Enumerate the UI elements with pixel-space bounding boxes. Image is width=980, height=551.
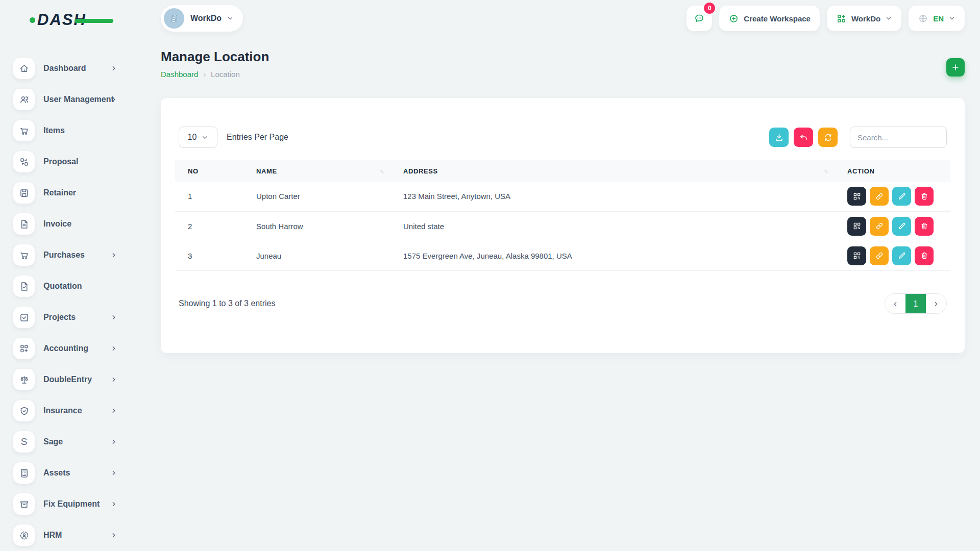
sidebar-item-fix-equipment[interactable]: Fix Equipment [13, 491, 145, 517]
breadcrumb-current: Location [211, 70, 240, 79]
pagination-page-1[interactable]: 1 [905, 294, 926, 314]
qr-button[interactable] [847, 246, 866, 265]
logo-dash [75, 19, 113, 23]
delete-button[interactable] [915, 246, 934, 265]
sidebar-item-purchases[interactable]: Purchases [13, 242, 145, 268]
column-header-name: NAME↑↓ [243, 160, 390, 182]
entries-per-page-label: Entries Per Page [227, 133, 288, 142]
delete-button[interactable] [915, 187, 934, 206]
chevron-down-icon [885, 15, 892, 22]
sidebar-item-projects[interactable]: Projects [13, 304, 145, 331]
qr-icon [852, 251, 862, 260]
qr-button[interactable] [847, 187, 866, 206]
table-footer: Showing 1 to 3 of 3 entries 1 [175, 293, 950, 314]
sidebar-item-items[interactable]: Items [13, 117, 145, 144]
sidebar-item-retainer[interactable]: Retainer [13, 180, 145, 206]
trash-icon [920, 251, 929, 260]
edit-button[interactable] [892, 187, 911, 206]
chevron-right-icon [110, 345, 117, 352]
location-table-card: 10 Entries Per Page NO [161, 98, 965, 353]
pencil-icon [897, 221, 906, 231]
brand-logo: DASH [30, 9, 111, 31]
copy-link-button[interactable] [870, 246, 889, 265]
column-header-address: ADDRESS↑↓ [390, 160, 835, 182]
sort-icon[interactable]: ↑↓ [380, 168, 385, 174]
breadcrumb-separator: › [203, 70, 206, 79]
chevron-right-icon [110, 96, 117, 103]
add-location-button[interactable] [946, 58, 965, 77]
edit-button[interactable] [892, 246, 911, 265]
page-title: Manage Location [161, 49, 965, 65]
breadcrumb-dashboard-link[interactable]: Dashboard [161, 70, 198, 79]
cart-icon [13, 244, 35, 266]
calculator-icon [13, 462, 35, 484]
sidebar-item-assets[interactable]: Assets [13, 460, 145, 486]
search-input[interactable] [850, 127, 947, 148]
qr-button[interactable] [847, 217, 866, 236]
workspace-dropdown[interactable]: WorkDo [827, 6, 901, 31]
reset-button[interactable] [794, 128, 813, 147]
copy-link-button[interactable] [870, 187, 889, 206]
messages-button[interactable]: 0 [687, 6, 712, 31]
locations-table: NO NAME↑↓ ADDRESS↑↓ ACTION 1 Upton Carte… [175, 160, 950, 271]
sidebar-item-insurance[interactable]: Insurance [13, 397, 145, 424]
showing-entries-text: Showing 1 to 3 of 3 entries [179, 299, 275, 308]
pagination-next-button[interactable] [926, 294, 946, 314]
sidebar-item-invoice[interactable]: Invoice [13, 211, 145, 237]
sidebar-item-dashboard[interactable]: Dashboard [13, 55, 145, 82]
create-workspace-button[interactable]: Create Workspace [719, 6, 820, 31]
table-toolbar: 10 Entries Per Page [175, 127, 950, 148]
qr-icon [852, 192, 862, 201]
page-head: Manage Location Dashboard › Location [161, 49, 965, 79]
sidebar-item-quotation[interactable]: Quotation [13, 273, 145, 299]
refresh-button[interactable] [818, 128, 838, 147]
cell-address: United state [390, 211, 835, 241]
chevron-right-icon [110, 407, 117, 414]
chevron-right-icon [110, 500, 117, 508]
shield-check-icon [13, 400, 35, 421]
sort-icon[interactable]: ↑↓ [824, 168, 829, 174]
copy-link-button[interactable] [870, 217, 889, 236]
chat-icon [693, 12, 705, 24]
link-icon [875, 221, 884, 231]
workspace-avatar [164, 8, 184, 29]
grid-plus-icon [13, 338, 35, 359]
sidebar-menu: Dashboard User Management Items Proposal… [13, 55, 145, 548]
trash-icon [920, 221, 929, 231]
top-header: WorkDo 0 Create Workspace WorkDo EN [161, 5, 965, 33]
globe-icon [918, 13, 928, 24]
link-icon [875, 192, 884, 201]
link-icon [875, 251, 884, 260]
edit-button[interactable] [892, 217, 911, 236]
language-dropdown[interactable]: EN [909, 6, 965, 31]
column-header-no: NO [175, 160, 243, 182]
chevron-down-icon [202, 134, 208, 141]
delete-button[interactable] [915, 217, 934, 236]
cell-address: 123 Main Street, Anytown, USA [390, 182, 835, 211]
sidebar-item-accounting[interactable]: Accounting [13, 335, 145, 362]
chevron-down-icon [948, 15, 955, 22]
entries-per-page-select[interactable]: 10 [179, 127, 217, 148]
chevron-down-icon [227, 15, 234, 22]
building-icon [168, 13, 180, 24]
sidebar-item-doubleentry[interactable]: DoubleEntry [13, 366, 145, 393]
export-button[interactable] [769, 128, 789, 147]
sidebar-item-hrm[interactable]: HRM [13, 522, 145, 548]
sidebar-item-sage[interactable]: S Sage [13, 429, 145, 455]
workspace-selector[interactable]: WorkDo [161, 5, 243, 32]
chevron-right-icon [110, 314, 117, 321]
sidebar-item-user-management[interactable]: User Management [13, 86, 145, 113]
row-actions [847, 187, 945, 206]
row-actions [847, 246, 945, 265]
refresh-icon [823, 133, 833, 142]
qr-icon [852, 221, 862, 231]
sidebar-item-proposal[interactable]: Proposal [13, 148, 145, 175]
plus-icon [951, 63, 960, 72]
cell-name: Upton Carter [243, 182, 390, 211]
cell-name: Juneau [243, 241, 390, 270]
plus-circle-icon [728, 13, 739, 24]
chevron-right-icon [110, 469, 117, 477]
pagination-prev-button[interactable] [885, 294, 905, 314]
cell-address: 1575 Evergreen Ave, Juneau, Alaska 99801… [390, 241, 835, 270]
chevron-right-icon [110, 532, 117, 539]
